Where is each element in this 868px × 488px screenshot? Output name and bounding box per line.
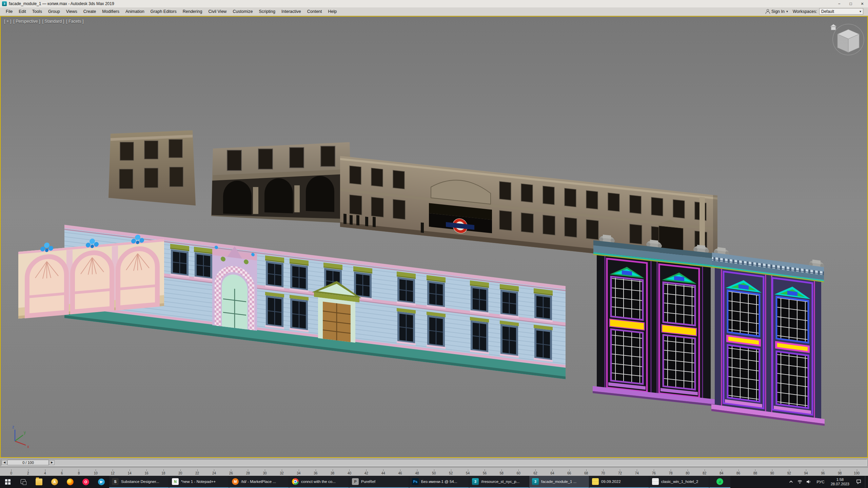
frame-tick-80: 80 — [679, 469, 696, 475]
menu-content[interactable]: Content — [304, 8, 325, 15]
taskbar-button-09-09-2022[interactable]: 09.09.2022 — [589, 476, 649, 488]
windows-logo-icon — [5, 479, 11, 485]
frame-tick-74: 74 — [628, 469, 645, 475]
photo-facade-ref-2[interactable] — [211, 142, 352, 223]
sign-in-button[interactable]: Sign In ▾ — [765, 9, 788, 14]
frame-tick-14: 14 — [121, 469, 138, 475]
taskbar-button-connct-with-the-co[interactable]: connct with the co... — [289, 476, 349, 488]
workspaces-select[interactable]: Default ▾ — [819, 8, 863, 15]
clock[interactable]: 1:58 28.07.2023 — [828, 477, 852, 486]
menu-scripting[interactable]: Scripting — [256, 8, 278, 15]
notes-yellow-icon — [592, 478, 599, 485]
modeled-facade-dark-1[interactable] — [593, 233, 715, 406]
menu-civil-view[interactable]: Civil View — [205, 8, 230, 15]
taskbar-pinned-opera[interactable]: O — [78, 476, 94, 488]
frame-tick-88: 88 — [747, 469, 764, 475]
taskbar-button-substance-designer[interactable]: SSubstance Designer... — [109, 476, 169, 488]
action-center-button[interactable] — [853, 476, 864, 488]
language-indicator[interactable]: РУС — [814, 480, 827, 484]
track-bar[interactable]: 0246810121416182022242628303234363840424… — [0, 467, 868, 476]
taskbar-button-new-1-notepad[interactable]: N*new 1 - Notepad++ — [169, 476, 229, 488]
hidden-icons-icon[interactable] — [787, 476, 795, 488]
menu-tools[interactable]: Tools — [29, 8, 45, 15]
action-center-icon — [856, 479, 861, 484]
start-button[interactable] — [0, 476, 16, 488]
taskbar-pinned-gold-app[interactable]: A — [47, 476, 62, 488]
taskbar-button-resource-st-nyc-p[interactable]: 3#resource_st_nyc_p... — [469, 476, 529, 488]
frame-tick-86: 86 — [730, 469, 747, 475]
volume-icon[interactable] — [804, 476, 813, 488]
frame-tick-48: 48 — [409, 469, 426, 475]
ornate-entrance[interactable] — [212, 243, 257, 330]
menu-edit[interactable]: Edit — [16, 8, 29, 15]
window-controls: − □ × — [833, 0, 868, 7]
time-slider-track[interactable]: ◀ 0 / 100 ▶ — [1, 459, 867, 466]
frame-tick-34: 34 — [290, 469, 307, 475]
taskbar-pinned-firefox[interactable] — [62, 476, 78, 488]
menu-file[interactable]: File — [3, 8, 16, 15]
substance-icon: S — [112, 478, 119, 485]
opera-icon: O — [82, 479, 89, 485]
taskbar-button-td-marketplace[interactable]: M/td/ - MarketPlace ... — [229, 476, 289, 488]
clock-date: 28.07.2023 — [831, 482, 849, 486]
viewport-canvas[interactable]: x y z — [1, 17, 867, 457]
chrome-icon — [292, 478, 299, 485]
show-desktop-button[interactable] — [865, 476, 867, 488]
modeled-facade-dark-2[interactable] — [711, 246, 825, 426]
menu-animation[interactable]: Animation — [122, 8, 147, 15]
menu-modifiers[interactable]: Modifiers — [99, 8, 122, 15]
menu-interactive[interactable]: Interactive — [278, 8, 304, 15]
taskbar-button-facade-module-1[interactable]: 3facade_module_1 ... — [529, 476, 589, 488]
frame-tick-98: 98 — [831, 469, 848, 475]
viewport-label-part-3[interactable]: [ Facets ] — [66, 19, 83, 24]
close-button[interactable]: × — [856, 0, 868, 7]
network-icon[interactable] — [795, 476, 804, 488]
frame-tick-38: 38 — [324, 469, 341, 475]
frame-tick-30: 30 — [256, 469, 273, 475]
taskbar-pinned-task-view[interactable] — [16, 476, 31, 488]
photoshop-icon: Ps — [412, 478, 419, 485]
taskbar-pinned-file-explorer[interactable] — [31, 476, 47, 488]
menu-group[interactable]: Group — [45, 8, 63, 15]
menu-help[interactable]: Help — [325, 8, 340, 15]
minimize-button[interactable]: − — [833, 0, 845, 7]
task-label: 09.09.2022 — [601, 480, 621, 484]
frame-tick-24: 24 — [206, 469, 223, 475]
taskbar-button-clasic-win-1-hotel-2[interactable]: clasic_win_1_hotel_2 — [649, 476, 709, 488]
time-slider-thumb[interactable]: 0 / 100 — [7, 460, 49, 465]
frame-tick-72: 72 — [612, 469, 629, 475]
menu-graph-editors[interactable]: Graph Editors — [147, 8, 180, 15]
menu-customize[interactable]: Customize — [230, 8, 256, 15]
workspaces-label: Workspaces: — [793, 9, 817, 14]
taskbar-button-pureref[interactable]: PPureRef — [349, 476, 409, 488]
frame-tick-44: 44 — [375, 469, 392, 475]
viewport-label-part-0[interactable]: [ + ] — [4, 19, 11, 24]
viewport-label-part-1[interactable]: [ Perspective ] — [13, 19, 40, 24]
trackbar-ruler[interactable]: 0246810121416182022242628303234363840424… — [0, 468, 868, 476]
perspective-viewport[interactable]: x y z [ + ][ Perspective ][ Standard ][ … — [0, 16, 868, 458]
frame-tick-32: 32 — [273, 469, 290, 475]
menu-create[interactable]: Create — [80, 8, 99, 15]
spotify-icon: ♫ — [716, 478, 723, 485]
photo-facade-ref-1[interactable] — [108, 130, 196, 205]
window-title: facade_module_1 — копия.max - Autodesk 3… — [9, 1, 114, 6]
3dsmax-icon: 3 — [2, 1, 7, 6]
frame-tick-2: 2 — [20, 469, 37, 475]
clock-time: 1:58 — [831, 477, 849, 482]
next-frame-button[interactable]: ▶ — [49, 460, 55, 465]
taskbar-button-без-имени-1-54[interactable]: PsБез имени-1 @ 54... — [409, 476, 469, 488]
frame-tick-84: 84 — [713, 469, 730, 475]
menu-rendering[interactable]: Rendering — [180, 8, 205, 15]
menu-views[interactable]: Views — [63, 8, 80, 15]
taskbar-button-spotify[interactable]: ♫ — [709, 476, 730, 488]
maximize-button[interactable]: □ — [845, 0, 856, 7]
menubar: FileEditToolsGroupViewsCreateModifiersAn… — [0, 7, 868, 16]
notes-white-icon — [652, 478, 659, 485]
previous-frame-button[interactable]: ◀ — [2, 460, 7, 465]
taskbar: AO SSubstance Designer...N*new 1 - Notep… — [0, 476, 868, 488]
axis-z-label: z — [12, 425, 14, 429]
viewport-label-part-2[interactable]: [ Standard ] — [42, 19, 64, 24]
file-explorer-icon — [36, 479, 42, 485]
task-label: facade_module_1 ... — [541, 480, 576, 484]
taskbar-pinned-telegram[interactable] — [94, 476, 109, 488]
